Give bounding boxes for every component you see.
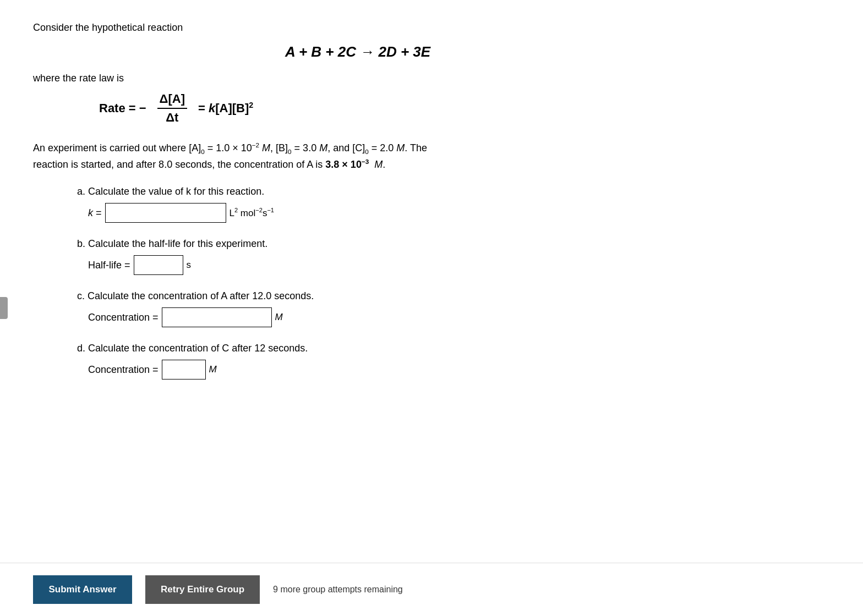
question-d-block: d. Calculate the concentration of C afte…: [77, 343, 638, 380]
attempts-text: 9 more group attempts remaining: [273, 585, 403, 595]
retry-button[interactable]: Retry Entire Group: [145, 575, 260, 604]
question-b-input[interactable]: [134, 255, 183, 275]
main-content: Consider the hypothetical reaction A + B…: [33, 22, 638, 380]
questions-section: a. Calculate the value of k for this rea…: [77, 186, 638, 380]
question-d-label: d. Calculate the concentration of C afte…: [77, 343, 638, 354]
rate-equation: Rate = − Δ[A] Δt = k[A][B]2: [99, 92, 638, 125]
rate-equals: = k[A][B]2: [198, 101, 253, 116]
question-a-block: a. Calculate the value of k for this rea…: [77, 186, 638, 223]
question-a-prefix: k =: [88, 207, 102, 219]
scroll-indicator: [0, 297, 8, 319]
question-a-input[interactable]: [105, 203, 226, 223]
question-d-unit: M: [209, 364, 217, 375]
question-c-prefix: Concentration =: [88, 312, 159, 323]
submit-button[interactable]: Submit Answer: [33, 575, 132, 604]
question-c-answer-row: Concentration = M: [88, 307, 638, 327]
rate-numerator: Δ[A]: [157, 92, 187, 109]
question-b-prefix: Half-life =: [88, 260, 130, 271]
rate-denominator: Δt: [163, 109, 181, 125]
question-c-label: c. Calculate the concentration of A afte…: [77, 290, 638, 302]
question-d-prefix: Concentration =: [88, 364, 159, 376]
intro-text: Consider the hypothetical reaction: [33, 22, 638, 34]
question-b-answer-row: Half-life = s: [88, 255, 638, 275]
reaction-equation: A + B + 2C → 2D + 3E: [77, 43, 638, 61]
question-a-unit: L2 mol−2s−1: [230, 207, 274, 219]
rate-law-label: where the rate law is: [33, 73, 638, 84]
experiment-line-1: An experiment is carried out where [A]0 …: [33, 140, 638, 173]
question-b-label: b. Calculate the half-life for this expe…: [77, 238, 638, 250]
question-d-answer-row: Concentration = M: [88, 360, 638, 380]
question-d-input[interactable]: [162, 360, 206, 380]
question-c-input[interactable]: [162, 307, 272, 327]
question-c-unit: M: [275, 312, 283, 323]
bottom-bar: Submit Answer Retry Entire Group 9 more …: [0, 563, 863, 616]
question-a-answer-row: k = L2 mol−2s−1: [88, 203, 638, 223]
question-a-label: a. Calculate the value of k for this rea…: [77, 186, 638, 197]
question-c-block: c. Calculate the concentration of A afte…: [77, 290, 638, 327]
rate-label: Rate = −: [99, 101, 146, 116]
rate-fraction: Δ[A] Δt: [157, 92, 187, 125]
question-b-unit: s: [187, 260, 192, 271]
question-b-block: b. Calculate the half-life for this expe…: [77, 238, 638, 275]
